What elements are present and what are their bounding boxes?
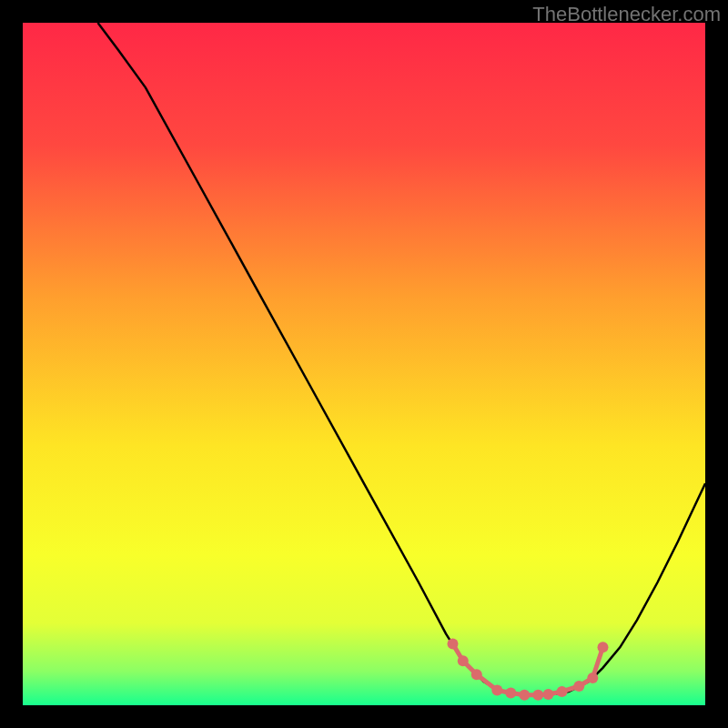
marker-dot — [543, 689, 554, 700]
gradient-background — [23, 23, 705, 705]
marker-dot — [491, 685, 502, 696]
marker-dot — [557, 686, 568, 697]
marker-dot — [598, 642, 609, 652]
marker-dot — [587, 672, 598, 683]
marker-dot — [573, 681, 584, 692]
marker-dot — [448, 639, 459, 650]
chart-container: TheBottlenecker.com — [0, 0, 728, 728]
marker-dot — [532, 690, 543, 701]
chart-area — [23, 23, 705, 705]
watermark-text: TheBottlenecker.com — [532, 3, 721, 26]
marker-dot — [458, 655, 469, 666]
marker-dot — [519, 690, 530, 701]
marker-dot — [505, 688, 516, 699]
marker-dot — [471, 669, 482, 680]
chart-svg — [23, 23, 705, 705]
